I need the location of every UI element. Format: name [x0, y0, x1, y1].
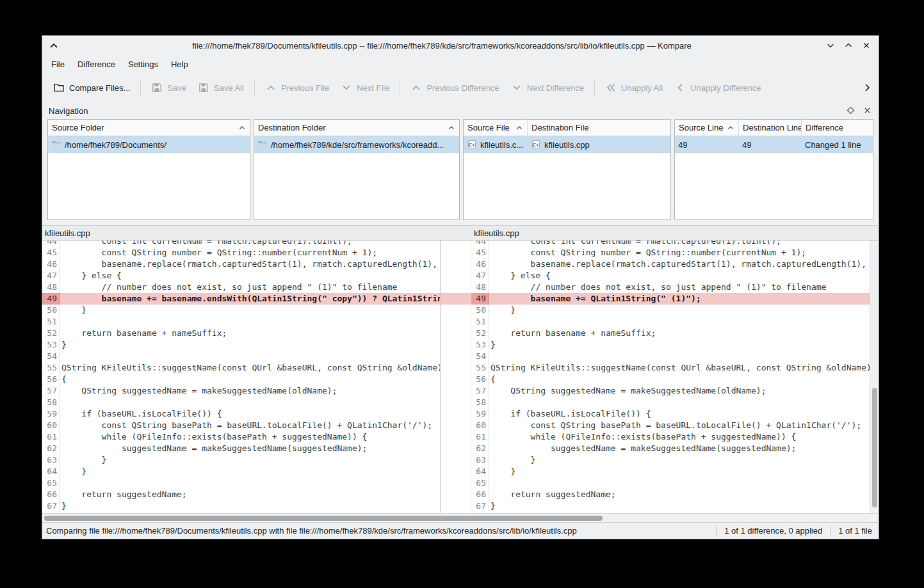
- maximize-button[interactable]: [843, 40, 854, 51]
- source-folder-column-header[interactable]: Source Folder: [48, 120, 250, 136]
- code-line: 55QString KFileUtils::suggestName(const …: [42, 362, 440, 374]
- code-line: 48 // number does not exist, so just app…: [42, 282, 440, 293]
- line-number: 53: [42, 339, 60, 351]
- file-pair-row[interactable]: C+ kfileutils.c... C+ kfileutils.cpp: [464, 136, 670, 153]
- next-file-button[interactable]: Next File: [335, 77, 395, 99]
- column-header-label: Source File: [467, 123, 510, 132]
- line-text: QString suggestedName = makeSuggestedNam…: [60, 385, 337, 397]
- menu-difference[interactable]: Difference: [71, 57, 122, 72]
- destination-diff-pane[interactable]: 44 const int currentNum = rmatch.capture…: [471, 241, 870, 513]
- line-number: 44: [42, 241, 60, 247]
- difference-column-header[interactable]: Difference: [802, 120, 873, 136]
- minimize-button[interactable]: [825, 40, 836, 51]
- menu-help[interactable]: Help: [165, 57, 195, 72]
- code-line: 65: [471, 477, 870, 489]
- code-line: 52 return basename + nameSuffix;: [471, 328, 870, 339]
- line-number: 60: [42, 420, 60, 431]
- destination-file-column-header[interactable]: Destination File: [528, 120, 670, 136]
- code-line: 58: [471, 397, 870, 408]
- destination-folder-column-header[interactable]: Destination Folder: [254, 120, 459, 136]
- line-number: 63: [42, 454, 60, 466]
- next-difference-button[interactable]: Next Difference: [505, 77, 590, 99]
- line-number: 64: [471, 466, 489, 477]
- line-text: }: [60, 500, 67, 512]
- changed-line-connector: [441, 293, 471, 305]
- save-all-button[interactable]: Save All: [192, 77, 250, 99]
- code-line: 56{: [471, 374, 870, 385]
- code-line: 63 }: [471, 454, 870, 466]
- line-number: 63: [471, 454, 489, 466]
- previous-difference-button[interactable]: Previous Difference: [405, 77, 505, 99]
- sort-ascending-icon: [238, 124, 246, 132]
- menu-settings[interactable]: Settings: [122, 57, 165, 72]
- code-line: 59 if (baseURL.isLocalFile()) {: [42, 408, 440, 420]
- close-button[interactable]: [861, 40, 872, 51]
- code-line: 45 const QString number = QString::numbe…: [42, 247, 440, 258]
- titlebar[interactable]: file:///home/fhek789/Documents/kfileutil…: [42, 36, 879, 55]
- code-line: 64 }: [42, 466, 440, 477]
- save-icon: [198, 82, 209, 93]
- tool-button-label: Compare Files...: [69, 83, 130, 93]
- code-line: 46 basename.replace(rmatch.capturedStart…: [42, 258, 440, 270]
- cpp-file-icon: C+: [467, 139, 477, 150]
- line-text: {: [60, 374, 67, 385]
- chevron-down-icon: [341, 82, 352, 93]
- line-text: }: [489, 500, 496, 512]
- navigation-dock-titlebar[interactable]: Navigation: [42, 102, 879, 119]
- vertical-scrollbar-thumb[interactable]: [872, 388, 877, 507]
- float-dock-icon[interactable]: [847, 106, 855, 115]
- chevron-down-icon: [511, 82, 523, 93]
- line-number: 61: [42, 431, 60, 443]
- code-line: 52 return basename + nameSuffix;: [42, 328, 440, 339]
- line-text: basename += QLatin1String(" (1)");: [489, 293, 701, 305]
- diff-changed-line[interactable]: 49 basename += QLatin1String(" (1)");: [471, 293, 870, 305]
- line-text: QString KFileUtils::suggestName(const QU…: [489, 362, 870, 374]
- line-number: 50: [471, 305, 489, 316]
- column-header-label: Source Line: [679, 123, 723, 132]
- sort-ascending-icon: [727, 124, 734, 132]
- line-number: 53: [471, 339, 489, 351]
- diff-file-headers: kfileutils.cpp kfileutils.cpp: [42, 225, 879, 241]
- destination-line-column-header[interactable]: Destination Line: [739, 120, 802, 136]
- previous-file-button[interactable]: Previous File: [259, 77, 335, 99]
- unapply-all-button[interactable]: Unapply All: [599, 77, 669, 99]
- save-button[interactable]: Save: [145, 77, 192, 99]
- vertical-scrollbar[interactable]: [870, 241, 879, 513]
- code-line: 53}: [42, 339, 440, 351]
- tool-button-label: Save All: [214, 83, 244, 93]
- toolbar-overflow-button[interactable]: [861, 81, 873, 94]
- code-line: 62 suggestedName = makeSuggestedName(sug…: [42, 443, 440, 454]
- source-line-column-header[interactable]: Source Line: [675, 120, 739, 136]
- code-line: 55QString KFileUtils::suggestName(const …: [471, 362, 870, 374]
- compare-files-button[interactable]: Compare Files...: [47, 77, 136, 99]
- line-text: // number does not exist, so just append…: [489, 282, 826, 293]
- code-line: 56{: [42, 374, 440, 385]
- source-file-column-header[interactable]: Source File: [464, 120, 528, 136]
- line-text: const int currentNum = rmatch.captured(1…: [60, 241, 352, 247]
- diff-changed-line[interactable]: 49 basename += basename.endsWith(QLatin1…: [42, 293, 440, 305]
- line-text: return basename + nameSuffix;: [489, 328, 656, 339]
- line-number: 58: [42, 397, 60, 408]
- tool-button-label: Next File: [357, 83, 389, 93]
- code-line: 50 }: [42, 305, 440, 316]
- line-number: 56: [471, 374, 489, 385]
- tool-button-label: Save: [167, 83, 186, 93]
- line-number: 67: [471, 500, 489, 512]
- horizontal-scrollbar-thumb[interactable]: [44, 516, 603, 521]
- line-number: 52: [471, 328, 489, 339]
- toolbar-separator: [254, 79, 255, 96]
- code-line: 47 } else {: [42, 270, 440, 282]
- difference-row[interactable]: 49 49 Changed 1 line: [675, 136, 873, 153]
- folder-icon: [51, 139, 61, 150]
- source-folder-row[interactable]: /home/fhek789/Documents/: [48, 136, 250, 153]
- files-panel: Source File Destination File C+ kfileuti…: [463, 119, 671, 220]
- source-diff-pane[interactable]: 44 const int currentNum = rmatch.capture…: [42, 241, 441, 513]
- close-dock-icon[interactable]: [863, 106, 872, 115]
- horizontal-scrollbar[interactable]: [42, 513, 879, 522]
- menu-file[interactable]: File: [45, 57, 71, 72]
- destination-folder-row[interactable]: /home/fhek789/kde/src/frameworks/kcoread…: [254, 136, 459, 153]
- unapply-difference-button[interactable]: Unapply Difference: [669, 77, 766, 99]
- line-text: }: [60, 454, 106, 466]
- svg-text:C+: C+: [532, 143, 539, 148]
- code-line: 65: [42, 477, 440, 489]
